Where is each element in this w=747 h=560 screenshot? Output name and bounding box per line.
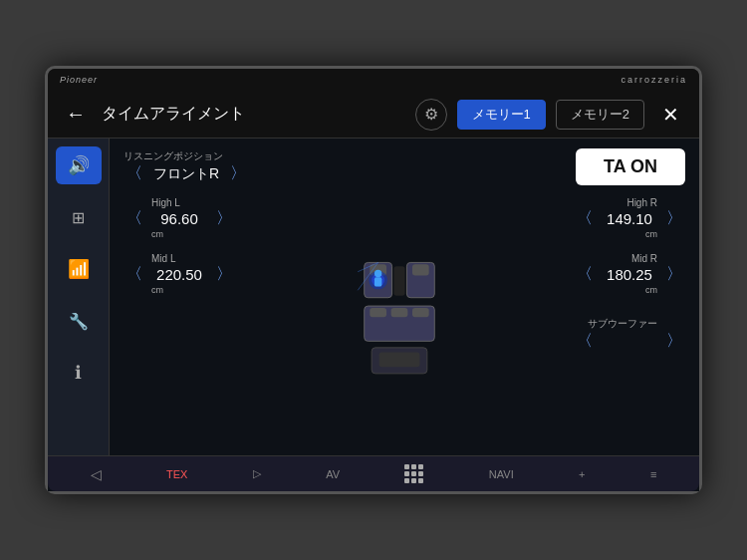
mid-l-unit: cm (151, 285, 163, 295)
carrozzeria-logo: carrozzeria (621, 75, 687, 85)
brand-bar: Pioneer carrozzeria (48, 69, 699, 91)
listening-label: リスニングポジション (124, 149, 223, 163)
right-speakers: High R 〈 149.10 〉 cm Mid R 〈 (546, 193, 685, 445)
mid-r-control: Mid R 〈 180.25 〉 cm (546, 253, 685, 295)
right-arrow-icon: ▷ (253, 467, 261, 480)
pioneer-logo: Pioneer (60, 75, 98, 85)
svg-point-11 (374, 269, 381, 276)
high-r-prev-button[interactable]: 〈 (574, 208, 596, 229)
car-diagram (253, 193, 546, 445)
grid-icon (404, 464, 423, 483)
page-title: タイムアライメント (102, 104, 405, 125)
mid-l-label: Mid L (151, 253, 175, 264)
subwoofer-prev-button[interactable]: 〈 (574, 331, 596, 352)
back-button[interactable]: ← (60, 101, 92, 128)
high-l-unit: cm (151, 229, 163, 239)
info-icon: ℹ (75, 362, 82, 384)
mid-r-next-button[interactable]: 〉 (663, 264, 685, 285)
svg-rect-16 (379, 352, 420, 367)
memory1-button[interactable]: メモリー1 (457, 100, 546, 130)
listening-prev-button[interactable]: 〈 (124, 163, 145, 184)
mid-l-value: 220.50 (149, 266, 209, 283)
bottom-plus-btn[interactable]: + (571, 464, 593, 484)
svg-rect-8 (393, 266, 404, 296)
gear-button[interactable]: ⚙ (415, 99, 447, 131)
listening-value: フロントR (153, 165, 219, 183)
navi-button[interactable]: NAVI (481, 464, 522, 484)
listening-value-row: 〈 フロントR 〉 (124, 163, 249, 184)
grid-button[interactable] (396, 460, 431, 487)
memory2-button[interactable]: メモリー2 (556, 100, 644, 130)
high-r-value: 149.10 (600, 210, 659, 227)
top-bar: ← タイムアライメント ⚙ メモリー1 メモリー2 ✕ (48, 91, 699, 139)
subwoofer-label: サブウーファー (588, 317, 657, 331)
bottom-left-icon: ◁ (91, 466, 102, 482)
mid-l-control: Mid L 〈 220.50 〉 cm (124, 253, 253, 295)
menu-icon: ≡ (650, 468, 656, 480)
wifi-icon: 📶 (68, 258, 90, 280)
svg-rect-6 (391, 307, 408, 316)
gear-icon: ⚙ (424, 105, 438, 124)
mid-r-value: 180.25 (600, 266, 659, 283)
mid-l-prev-button[interactable]: 〈 (124, 264, 145, 285)
high-r-control: High R 〈 149.10 〉 cm (546, 197, 685, 239)
navi-label: NAVI (489, 468, 514, 480)
av-button[interactable]: AV (318, 464, 348, 484)
close-button[interactable]: ✕ (654, 101, 687, 129)
ta-on-button[interactable]: TA ON (576, 148, 685, 185)
car-diagram-svg (350, 255, 449, 385)
high-l-next-button[interactable]: 〉 (213, 208, 235, 229)
svg-rect-7 (412, 307, 429, 316)
volume-icon: 🔊 (68, 154, 90, 176)
sidebar-item-volume[interactable]: 🔊 (56, 146, 102, 184)
equalizer-icon: ⊞ (72, 208, 85, 227)
svg-rect-3 (412, 264, 429, 275)
main-content: 🔊 ⊞ 📶 🔧 ℹ リス (48, 139, 699, 455)
sidebar-item-signal[interactable]: 📶 (56, 250, 102, 288)
bottom-bar: ◁ TEX ▷ AV NAVI + (48, 455, 699, 491)
bottom-right-arrow[interactable]: ▷ (245, 463, 269, 484)
bottom-tex-btn[interactable]: TEX (158, 464, 195, 484)
bottom-menu-btn[interactable]: ≡ (642, 464, 664, 484)
svg-rect-12 (374, 277, 381, 286)
high-r-label: High R (626, 197, 657, 208)
high-l-prev-button[interactable]: 〈 (124, 208, 145, 229)
mid-r-unit: cm (645, 285, 657, 295)
bottom-left-btn[interactable]: ◁ (83, 462, 110, 486)
high-l-control: High L 〈 96.60 〉 cm (124, 197, 253, 239)
sidebar: 🔊 ⊞ 📶 🔧 ℹ (48, 139, 110, 455)
screen: ← タイムアライメント ⚙ メモリー1 メモリー2 ✕ 🔊 ⊞ 📶 (48, 91, 699, 491)
plus-icon: + (579, 468, 585, 480)
high-r-unit: cm (645, 229, 657, 239)
speaker-grid: High L 〈 96.60 〉 cm Mid L 〈 (124, 193, 685, 445)
tools-icon: 🔧 (69, 312, 89, 331)
listening-next-button[interactable]: 〉 (227, 163, 249, 184)
svg-rect-5 (370, 307, 386, 316)
content-area: リスニングポジション 〈 フロントR 〉 TA ON High L (110, 139, 699, 455)
sidebar-item-equalizer[interactable]: ⊞ (56, 198, 102, 236)
listening-section: リスニングポジション 〈 フロントR 〉 (124, 149, 249, 184)
av-label: AV (326, 468, 340, 480)
high-r-next-button[interactable]: 〉 (663, 208, 685, 229)
listening-row: リスニングポジション 〈 フロントR 〉 TA ON (124, 148, 685, 185)
left-speakers: High L 〈 96.60 〉 cm Mid L 〈 (124, 193, 253, 445)
tex-label: TEX (166, 468, 187, 480)
mid-l-next-button[interactable]: 〉 (213, 264, 235, 285)
subwoofer-control: サブウーファー 〈 〉 (546, 317, 685, 352)
mid-r-prev-button[interactable]: 〈 (574, 264, 596, 285)
mid-r-label: Mid R (631, 253, 657, 264)
high-l-value: 96.60 (149, 210, 209, 227)
sidebar-item-tools[interactable]: 🔧 (56, 302, 102, 340)
subwoofer-next-button[interactable]: 〉 (663, 331, 685, 352)
device-frame: Pioneer carrozzeria ← タイムアライメント ⚙ メモリー1 … (45, 66, 702, 494)
sidebar-item-info[interactable]: ℹ (56, 354, 102, 392)
high-l-label: High L (151, 197, 180, 208)
